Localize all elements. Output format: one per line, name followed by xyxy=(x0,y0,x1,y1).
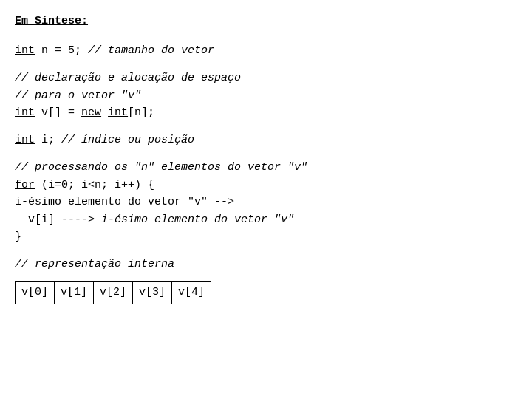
keyword-new: new xyxy=(81,106,101,119)
spacer-2 xyxy=(15,121,517,132)
comment-2: // declaração e alocação de espaço xyxy=(15,72,241,84)
code-text-4a: v[] = xyxy=(35,106,81,119)
array-cell-1: v[1] xyxy=(55,281,94,304)
comment-10: // representação interna xyxy=(15,258,174,270)
keyword-int-3: int xyxy=(108,106,128,119)
array-cell-3: v[3] xyxy=(133,281,172,304)
code-line-9: } xyxy=(15,228,517,245)
title: Em Síntese: xyxy=(15,15,517,27)
code-line-3: // para o vetor "v" xyxy=(15,87,517,104)
code-text-7: (i=0; i<n; i++) { xyxy=(35,179,154,191)
code-line-4: int v[] = new int[n]; xyxy=(15,104,517,121)
comment-6: // processando os "n" elementos do vetor… xyxy=(15,161,307,174)
comment-5: // índice ou posição xyxy=(61,134,194,146)
array-cell-4: v[4] xyxy=(172,281,211,304)
code-text-4c: [n]; xyxy=(128,106,154,119)
array-cell-0: v[0] xyxy=(15,281,55,304)
spacer-4 xyxy=(15,245,517,256)
keyword-for: for xyxy=(15,179,35,191)
code-text-5: i; xyxy=(35,134,61,146)
array-cell-2: v[2] xyxy=(94,281,133,304)
keyword-int-2: int xyxy=(15,106,35,119)
code-text-4b xyxy=(101,106,108,119)
code-line-2: // declaração e alocação de espaço xyxy=(15,69,517,86)
code-line-10: // representação interna xyxy=(15,256,517,273)
comment-3: // para o vetor "v" xyxy=(15,89,141,102)
spacer-1 xyxy=(15,59,517,69)
code-text-8a: v[i] xyxy=(15,214,61,226)
code-line-1: int n = 5; // tamanho do vetor xyxy=(15,42,517,59)
keyword-int-1: int xyxy=(15,44,35,57)
code-text-1: n = 5; xyxy=(35,44,88,57)
code-block: int n = 5; // tamanho do vetor // declar… xyxy=(15,42,517,304)
code-line-8: v[i] ----> i-ésimo elemento do vetor "v" xyxy=(15,211,517,228)
keyword-int-4: int xyxy=(15,134,35,146)
spacer-3 xyxy=(15,149,517,159)
comment-8: ----> i-ésimo elemento do vetor "v" xyxy=(61,214,294,226)
comment-1: // tamanho do vetor xyxy=(88,44,214,57)
array-table: v[0] v[1] v[2] v[3] v[4] xyxy=(15,281,211,304)
code-line-5: int i; // índice ou posição xyxy=(15,132,517,149)
code-line-6: // processando os "n" elementos do vetor… xyxy=(15,159,517,176)
code-text-9: } xyxy=(15,231,21,243)
code-line-7: for (i=0; i<n; i++) { xyxy=(15,177,517,194)
